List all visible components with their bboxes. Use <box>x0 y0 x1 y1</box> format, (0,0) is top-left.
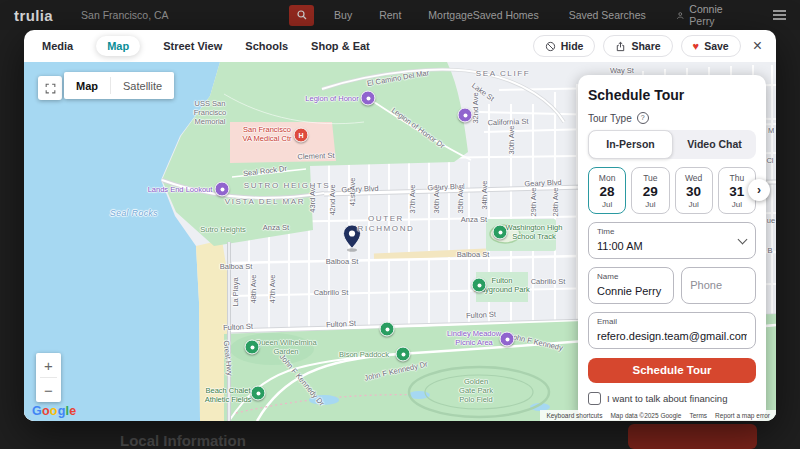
poi-dot <box>220 187 224 191</box>
listing-media-modal: MediaMapStreet ViewSchoolsShop & Eat Hid… <box>24 30 776 421</box>
poi-dot <box>505 337 509 341</box>
hide-button[interactable]: Hide <box>533 35 596 57</box>
date-month: Jul <box>676 200 712 209</box>
nav-mortgage[interactable]: Mortgage <box>428 9 472 21</box>
map-zoom-control: + − <box>36 353 61 402</box>
user-menu[interactable]: Connie Perry <box>676 3 737 27</box>
share-button[interactable]: Share <box>603 35 672 57</box>
save-button[interactable]: ♥ Save <box>681 35 741 57</box>
tour-type-in-person[interactable]: In-Person <box>588 130 673 159</box>
schedule-tour-button[interactable]: Schedule Tour <box>588 358 756 383</box>
map-poi-garden-icon[interactable] <box>245 340 260 355</box>
google-logo-letter: o <box>50 404 58 418</box>
date-day: Mon <box>589 173 625 183</box>
nav-saved-homes[interactable]: Saved Homes <box>473 9 539 21</box>
schedule-tour-title: Schedule Tour <box>588 87 756 103</box>
close-icon[interactable]: × <box>753 37 762 55</box>
map-poi-lookout-icon[interactable] <box>215 182 230 197</box>
tab-media[interactable]: Media <box>42 40 73 52</box>
email-field[interactable]: Email <box>588 312 756 349</box>
poi-dot <box>366 96 370 100</box>
modal-tabs: MediaMapStreet ViewSchoolsShop & Eat <box>42 36 370 56</box>
top-navigation-bar: trulia BuyRentMortgage Saved HomesSaved … <box>0 0 800 30</box>
hide-icon <box>545 41 556 52</box>
hamburger-menu-icon[interactable] <box>773 10 786 20</box>
search-input[interactable] <box>79 8 279 22</box>
tab-map[interactable]: Map <box>96 36 140 56</box>
nav-links-right: Saved HomesSaved Searches Connie Perry <box>473 3 800 27</box>
poi-dot <box>477 283 481 287</box>
poi-dot <box>385 327 389 331</box>
fullscreen-button[interactable] <box>38 76 62 100</box>
zoom-out-button[interactable]: − <box>36 378 61 402</box>
financing-label: I want to talk about financing <box>607 393 727 404</box>
time-value[interactable] <box>597 240 747 252</box>
tour-type-label: Tour Type <box>588 113 632 124</box>
map-type-toggle: Map Satellite <box>64 72 174 99</box>
search-button[interactable] <box>289 5 314 26</box>
map-type-map[interactable]: Map <box>64 72 110 99</box>
map-poi-hospital-icon[interactable]: H <box>294 128 309 143</box>
trulia-logo[interactable]: trulia <box>14 7 53 24</box>
name-input[interactable] <box>597 285 665 297</box>
fullscreen-icon <box>44 82 57 95</box>
terms[interactable]: Terms <box>689 412 707 419</box>
map-view[interactable]: El Camino Del MarLake StCalifornia St32n… <box>24 62 776 421</box>
user-name: Connie Perry <box>689 3 737 27</box>
date-month: Jul <box>719 200 755 209</box>
next-dates-button[interactable]: › <box>748 179 770 201</box>
map-poi-school-icon[interactable] <box>493 225 508 240</box>
map-poi-poi-icon[interactable] <box>458 108 473 123</box>
google-logo-letter: o <box>42 404 50 418</box>
map-poi-tree-icon[interactable] <box>380 322 395 337</box>
map-data-2025-google[interactable]: Map data ©2025 Google <box>610 412 681 419</box>
date-picker-row: Mon28JulTue29JulWed30JulThu31Jul› <box>588 167 756 214</box>
date-number: 29 <box>632 184 668 199</box>
date-card-tue[interactable]: Tue29Jul <box>631 167 669 214</box>
report-a-map-error[interactable]: Report a map error <box>715 412 770 419</box>
schedule-tour-panel: Schedule Tour Tour Type ? In-PersonVideo… <box>578 75 766 420</box>
keyboard-shortcuts[interactable]: Keyboard shortcuts <box>546 412 602 419</box>
nav-buy[interactable]: Buy <box>334 9 352 21</box>
zoom-in-button[interactable]: + <box>36 353 61 377</box>
phone-input[interactable] <box>690 279 747 291</box>
tab-street-view[interactable]: Street View <box>163 40 222 52</box>
poi-dot <box>498 230 502 234</box>
phone-field[interactable] <box>681 267 756 304</box>
background-cta-button <box>628 424 757 449</box>
map-poi-playground-icon[interactable] <box>472 278 487 293</box>
question-icon[interactable]: ? <box>637 112 649 124</box>
google-logo-letter: e <box>69 404 76 418</box>
map-poi-athletic-field-icon[interactable] <box>251 386 266 401</box>
search-icon <box>296 9 308 21</box>
tour-type-segmented-control: In-PersonVideo Chat <box>588 130 756 159</box>
date-card-mon[interactable]: Mon28Jul <box>588 167 626 214</box>
map-poi-museum-icon[interactable] <box>361 91 376 106</box>
poi-dot <box>256 391 260 395</box>
date-card-wed[interactable]: Wed30Jul <box>675 167 713 214</box>
date-number: 28 <box>589 184 625 199</box>
email-input[interactable] <box>597 330 747 342</box>
tour-type-video-chat[interactable]: Video Chat <box>673 130 756 159</box>
poi-dot <box>463 113 467 117</box>
search-bar <box>79 5 314 26</box>
poi-dot <box>401 352 405 356</box>
name-field[interactable]: Name <box>588 267 674 304</box>
time-select[interactable]: Time <box>588 222 756 259</box>
background-section-heading: Local Information <box>120 432 246 449</box>
financing-checkbox[interactable] <box>588 392 601 405</box>
tab-schools[interactable]: Schools <box>245 40 288 52</box>
map-poi-picnic-icon[interactable] <box>500 332 515 347</box>
person-icon <box>676 10 685 21</box>
tab-shop-eat[interactable]: Shop & Eat <box>311 40 370 52</box>
poi-dot <box>250 345 254 349</box>
nav-links: BuyRentMortgage <box>334 9 473 21</box>
share-icon <box>615 41 626 52</box>
date-number: 30 <box>676 184 712 199</box>
map-type-satellite[interactable]: Satellite <box>111 72 174 99</box>
google-logo[interactable]: Google <box>32 404 76 418</box>
map-poi-paw-icon[interactable] <box>396 347 411 362</box>
nav-rent[interactable]: Rent <box>379 9 401 21</box>
nav-saved-searches[interactable]: Saved Searches <box>569 9 646 21</box>
date-month: Jul <box>632 200 668 209</box>
